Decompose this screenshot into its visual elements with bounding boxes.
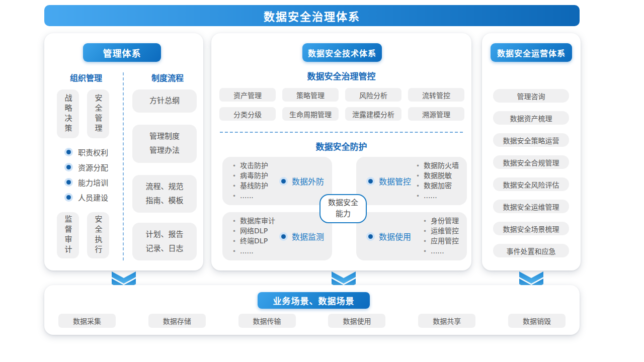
org-box-strategy: 战略决策	[57, 89, 79, 138]
governance-pill: 资产管理	[219, 88, 276, 102]
operations-list: 管理咨询 数据资产梳理 数据安全策略运营 数据安全合规管理 数据安全风险评估 数…	[493, 89, 569, 257]
management-system-panel: 管理体系 组织管理 制度流程 战略决策 安全管理 职责权利 资源分配 能力培训 …	[44, 33, 203, 270]
scenarios-panel: 业务场景、数据场景 数据采集 数据存储 数据传输 数据使用 数据共享 数据销毁	[44, 285, 580, 335]
org-bullet-item: 职责权利	[64, 147, 108, 157]
protection-quadrant-data-control: 数据管控 数据防火墙 数据脱敏 数据加密 ......	[356, 157, 467, 205]
org-bullet-label: 能力培训	[78, 177, 108, 188]
org-bullet-item: 人员建设	[64, 192, 108, 203]
governance-pill: 泄露建模分析	[345, 107, 401, 121]
quadrant-label: 数据使用	[366, 230, 411, 242]
protection-quadrant-external-defense: 攻击防护 病毒防护 基线防护 ...... 数据外防	[222, 157, 332, 205]
technology-system-panel: 数据安全技术体系 数据安全治理管控 资产管理 策略管理 风险分析 流转管控 分类…	[211, 33, 471, 270]
governance-pill-row: 资产管理 策略管理 风险分析 流转管控	[219, 88, 464, 102]
vertical-dashed-divider	[123, 72, 124, 260]
process-item: 计划、报告 记录、日志	[132, 223, 197, 260]
protection-title: 数据安全防护	[211, 140, 471, 152]
governance-pill: 生命周期管理	[282, 107, 339, 121]
operations-item: 数据安全运维管理	[493, 200, 569, 213]
org-bullet-item: 能力培训	[64, 177, 108, 188]
management-header-badge: 管理体系	[83, 43, 161, 62]
quadrant-label: 数据外防	[279, 175, 324, 187]
org-box-security-mgmt: 安全管理	[87, 89, 109, 138]
process-item: 方针总纲	[132, 89, 197, 113]
operations-item: 数据安全合规管理	[493, 155, 569, 169]
governance-pill: 策略管理	[282, 88, 339, 102]
protection-quadrant-data-usage: 数据使用 身份管理 运维管控 应用管控 ......	[356, 212, 467, 260]
process-item: 管理制度 管理办法	[132, 125, 197, 163]
scenario-item: 数据采集	[58, 314, 116, 328]
scenario-item: 数据销毁	[508, 314, 566, 328]
scenario-item: 数据存储	[148, 314, 206, 328]
scenarios-header-badge: 业务场景、数据场景	[258, 292, 370, 309]
org-bullet-item: 资源分配	[64, 162, 108, 172]
radio-dot-icon	[64, 148, 73, 156]
radio-dot-icon	[64, 163, 73, 171]
operations-system-panel: 数据安全运营体系 管理咨询 数据资产梳理 数据安全策略运营 数据安全合规管理 数…	[482, 33, 581, 270]
scenario-item: 数据使用	[328, 314, 385, 328]
org-bullet-label: 资源分配	[78, 162, 108, 172]
data-security-capability-capsule: 数据安全 能力	[319, 194, 367, 223]
quadrant-bullet-list: 数据库审计 网络DLP 终端DLP ......	[232, 216, 275, 256]
org-bullet-label: 人员建设	[78, 192, 108, 203]
radio-dot-icon	[366, 177, 375, 186]
technology-header-badge: 数据安全技术体系	[302, 43, 382, 62]
org-box-supervision-audit: 监督审计	[57, 212, 79, 258]
governance-control-title: 数据安全治理管控	[211, 69, 471, 82]
page-title: 数据安全治理体系	[264, 8, 360, 24]
page-title-banner: 数据安全治理体系	[44, 5, 580, 26]
horizontal-dashed-divider	[220, 132, 463, 133]
operations-item: 数据安全场景梳理	[493, 222, 569, 235]
operations-item: 管理咨询	[493, 89, 569, 103]
governance-pill: 溯源管理	[408, 107, 464, 121]
process-item: 流程、规范 指南、模板	[132, 175, 197, 213]
operations-item: 数据资产梳理	[493, 111, 569, 125]
quadrant-bullet-list: 数据防火墙 数据脱敏 数据加密 ......	[416, 161, 459, 201]
radio-dot-icon	[279, 177, 288, 186]
radio-dot-icon	[64, 193, 73, 202]
governance-pill: 分类分级	[219, 107, 276, 121]
quadrant-label: 数据管控	[366, 175, 411, 187]
org-bullet-label: 职责权利	[78, 147, 108, 157]
radio-dot-icon	[366, 232, 375, 241]
quadrant-label: 数据监测	[279, 230, 324, 242]
scenario-item: 数据共享	[418, 314, 475, 328]
protection-quadrant-data-monitoring: 数据库审计 网络DLP 终端DLP ...... 数据监测	[222, 212, 332, 260]
governance-pill-row: 分类分级 生命周期管理 泄露建模分析 溯源管理	[219, 107, 464, 121]
data-security-governance-diagram: 数据安全治理体系 管理体系 组织管理 制度流程 战略决策 安全管理 职责权利 资…	[0, 0, 644, 362]
radio-dot-icon	[279, 232, 288, 241]
operations-item: 数据安全风险评估	[493, 177, 569, 191]
org-management-title: 组织管理	[63, 71, 109, 83]
org-box-security-execution: 安全执行	[87, 212, 109, 258]
operations-header-badge: 数据安全运营体系	[491, 43, 572, 62]
scenario-item: 数据传输	[238, 314, 296, 328]
operations-item: 事件处置和应急	[493, 244, 569, 257]
governance-pill: 流转管控	[408, 88, 464, 102]
quadrant-bullet-list: 攻击防护 病毒防护 基线防护 ......	[232, 161, 268, 201]
radio-dot-icon	[64, 178, 73, 187]
operations-item: 数据安全策略运营	[493, 133, 569, 147]
quadrant-bullet-list: 身份管理 运维管控 应用管控 ......	[423, 216, 459, 256]
governance-pill: 风险分析	[345, 88, 401, 102]
process-title: 制度流程	[145, 71, 190, 83]
scenarios-row: 数据采集 数据存储 数据传输 数据使用 数据共享 数据销毁	[44, 314, 580, 328]
